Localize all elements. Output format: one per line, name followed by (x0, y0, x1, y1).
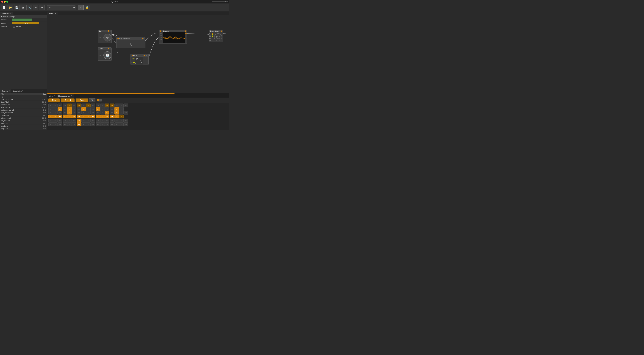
seq-cell[interactable]: C3 (91, 111, 95, 114)
undo-button[interactable]: ↩ (33, 5, 38, 10)
seq-cell[interactable]: C3 (77, 122, 81, 126)
seq-cell[interactable]: C3 (96, 119, 100, 122)
seq-cell[interactable]: C3 (110, 119, 114, 122)
save-button[interactable]: 💾 (14, 5, 20, 10)
file-row[interactable]: 3osc_broad.slb15kB (0, 98, 47, 101)
delay-port-v2[interactable] (212, 36, 213, 37)
seq-cell[interactable]: F6 (119, 115, 124, 118)
filter-select[interactable]: All Instruments Effects Utilities (47, 5, 76, 10)
file-row[interactable]: sh_echo.slb5kB (0, 119, 47, 122)
cursor-button[interactable]: ↖ (78, 5, 84, 10)
module-stereo-delay[interactable]: Stereo delay R 0.1 TR Fb Mi (209, 30, 223, 42)
adsr-knob-1[interactable] (133, 58, 134, 59)
seq-cell[interactable]: C3 (82, 111, 86, 114)
file-row[interactable]: padtest.slb4kB (0, 114, 47, 117)
seq-cell[interactable]: C3 (72, 103, 76, 107)
seq-cell[interactable]: C3 (72, 119, 76, 122)
sampler-port-p[interactable] (161, 35, 162, 36)
seq-cell[interactable]: C3 (86, 111, 90, 114)
stepseq-port-in[interactable] (118, 38, 119, 39)
seq-cell[interactable]: C3 (114, 119, 119, 122)
seq-cell[interactable]: C3 (58, 122, 62, 126)
seq-cell[interactable]: C3 (48, 122, 53, 126)
seq-cell[interactable]: F4 (105, 115, 110, 118)
seq-cell[interactable]: C3 (77, 111, 81, 114)
seq-cell[interactable]: C3 (119, 119, 124, 122)
seq-cell[interactable]: C3 (53, 107, 58, 111)
seq-cell[interactable]: C3 (67, 122, 72, 126)
seq-cell[interactable]: C3 (110, 107, 114, 111)
seq-cell[interactable]: C3 (62, 103, 67, 107)
sampler-out-r[interactable] (185, 33, 187, 34)
module-clock[interactable]: Clock G E 🕐 (98, 47, 112, 61)
seq-cell[interactable]: C3 (119, 103, 124, 107)
seq-cell[interactable]: C3 (91, 119, 95, 122)
adsr-port-out[interactable] (144, 55, 145, 56)
file-row[interactable]: 3oscV2.slb16kB (0, 101, 47, 103)
seq-cell[interactable]: C3 (119, 107, 124, 111)
seq-cell[interactable]: C3 (124, 111, 128, 114)
seq-cell[interactable]: C3 (110, 122, 114, 126)
seq-cell[interactable]: C3 (91, 103, 95, 107)
close-browser-icon[interactable]: ✕ (8, 90, 10, 92)
seq-cell[interactable]: E4 (58, 107, 62, 111)
seq-cell[interactable]: C3 (119, 122, 124, 126)
seq-cell[interactable]: C3 (110, 111, 114, 114)
channel-value[interactable] (12, 18, 46, 21)
close-drumkit-icon[interactable]: ✕ (55, 12, 56, 14)
redo-button[interactable]: ↪ (39, 5, 45, 10)
seq-cell[interactable]: C3 (58, 119, 62, 122)
scroll-bar[interactable] (47, 93, 229, 94)
tab-properties[interactable]: Properties ✕ (0, 12, 13, 15)
seq-cell[interactable]: C3 (48, 119, 53, 122)
seq-cell[interactable]: C3 (82, 119, 86, 122)
seq-cell[interactable]: C3 (48, 111, 53, 114)
module-gate[interactable]: Gate G E ⊙ (98, 30, 112, 43)
seq-cell[interactable]: F4 (72, 115, 76, 118)
sampler-port-e[interactable] (161, 33, 162, 34)
module-adsr[interactable]: ADSR Out = 0 = 2 (130, 54, 148, 65)
seq-cell[interactable]: F4 (91, 115, 95, 118)
seq-cell[interactable]: C3 (86, 122, 90, 126)
seq-cell[interactable]: C3 (62, 107, 67, 111)
seq-cell[interactable]: D4 (67, 111, 72, 114)
seq-cell[interactable]: C3 (77, 119, 81, 122)
new-button[interactable]: 📄 (1, 5, 7, 10)
seq-cell[interactable]: C3 (114, 103, 119, 107)
seq-cell[interactable]: C3 (67, 119, 72, 122)
seq-cell[interactable]: C3 (105, 119, 110, 122)
seq-cell[interactable]: C3 (82, 103, 86, 107)
seq-cell[interactable]: C3 (72, 122, 76, 126)
seq-cell[interactable]: E4 (96, 107, 100, 111)
seq-cell[interactable]: C3 (100, 103, 105, 107)
stepseq-port-g[interactable] (142, 38, 143, 39)
sampler-port-g[interactable] (160, 30, 161, 32)
tab-browser[interactable]: Browser ✕ (0, 89, 11, 92)
seq-cell[interactable]: C3 (96, 111, 100, 114)
seq-cell[interactable]: F4 (96, 115, 100, 118)
file-row[interactable]: pitchbend.slb20kB (0, 117, 47, 119)
seq-cell[interactable]: C4 (105, 103, 110, 107)
delay-port-tl[interactable] (212, 33, 213, 34)
tab-mixer[interactable]: Mixer ✕ (47, 94, 56, 97)
file-row[interactable]: step2.slb2kB (0, 125, 47, 127)
seq-cell[interactable]: F4 (100, 115, 105, 118)
seq-cell[interactable]: E4 (77, 107, 81, 111)
seq-cell[interactable]: F4 (58, 115, 62, 118)
seq-cell[interactable]: C3 (124, 103, 128, 107)
seq-cell[interactable]: F4 (114, 115, 119, 118)
record-button[interactable]: Record (61, 98, 74, 102)
close-stepseq-icon[interactable]: ✕ (71, 95, 72, 97)
gate-port-g[interactable] (108, 30, 109, 31)
seq-cell[interactable]: C3 (62, 119, 67, 122)
seq-cell[interactable]: C3 (53, 103, 58, 107)
seq-cell[interactable]: D4 (114, 111, 119, 114)
seq-cell[interactable]: C3 (58, 103, 62, 107)
seq-cell[interactable]: C3 (105, 122, 110, 126)
settings-button[interactable]: 🔧 (26, 5, 32, 10)
seq-cell[interactable]: C3 (114, 122, 119, 126)
sampler-port-r[interactable] (161, 39, 162, 40)
tab-drumkit[interactable]: drumkit ✕ (47, 12, 58, 15)
seq-cell[interactable]: F4 (86, 115, 90, 118)
adsr-port-in[interactable] (132, 55, 133, 56)
